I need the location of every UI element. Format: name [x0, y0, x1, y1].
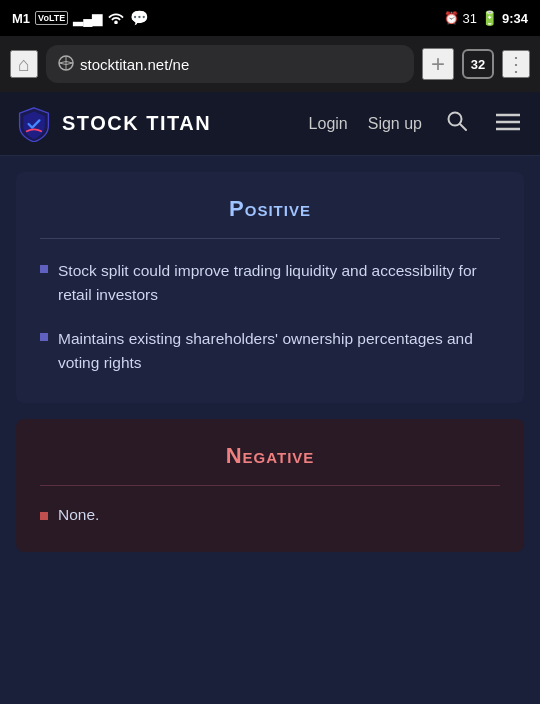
positive-divider [40, 238, 500, 239]
site-logo[interactable]: STOCK TITAN [16, 106, 309, 142]
nav-bar: STOCK TITAN Login Sign up [0, 92, 540, 156]
whatsapp-icon: 💬 [130, 9, 149, 27]
hamburger-menu-button[interactable] [492, 107, 524, 141]
browser-bar: ⌂ stocktitan.net/ne + 32 ⋮ [0, 36, 540, 92]
url-site-icon [58, 55, 74, 74]
browser-home-button[interactable]: ⌂ [10, 50, 38, 78]
svg-line-3 [460, 124, 466, 130]
menu-icon [496, 111, 520, 137]
more-icon: ⋮ [506, 52, 526, 76]
url-text: stocktitan.net/ne [80, 56, 189, 73]
positive-bullet-list: Stock split could improve trading liquid… [40, 259, 500, 375]
tabs-count-button[interactable]: 32 [462, 49, 494, 79]
status-left: M1 VoLTE ▂▄▆ 💬 [12, 9, 149, 27]
negative-none-item: None. [40, 506, 500, 524]
negative-divider [40, 485, 500, 486]
add-tab-icon: + [431, 50, 445, 78]
battery-level: 31 [463, 11, 477, 26]
nav-links: Login Sign up [309, 106, 524, 141]
status-right: ⏰ 31 🔋 9:34 [444, 10, 529, 26]
tabs-count-label: 32 [471, 57, 485, 72]
positive-bullet-text-2: Maintains existing shareholders' ownersh… [58, 327, 500, 375]
negative-title: Negative [40, 443, 500, 469]
signup-link[interactable]: Sign up [368, 115, 422, 133]
search-button[interactable] [442, 106, 472, 141]
browser-more-button[interactable]: ⋮ [502, 50, 530, 78]
alarm-icon: ⏰ [444, 11, 459, 25]
battery-icon: 🔋 [481, 10, 498, 26]
content-area: Positive Stock split could improve tradi… [0, 156, 540, 568]
status-bar: M1 VoLTE ▂▄▆ 💬 ⏰ 31 🔋 9:34 [0, 0, 540, 36]
positive-bullet-item-1: Stock split could improve trading liquid… [40, 259, 500, 307]
logo-shield-icon [16, 106, 52, 142]
positive-bullet-text-1: Stock split could improve trading liquid… [58, 259, 500, 307]
carrier-label: M1 [12, 11, 30, 26]
url-bar[interactable]: stocktitan.net/ne [46, 45, 414, 83]
negative-bullet-marker [40, 512, 48, 520]
new-tab-button[interactable]: + [422, 48, 454, 80]
signal-icon: ▂▄▆ [73, 11, 102, 26]
negative-card: Negative None. [16, 419, 524, 552]
home-icon: ⌂ [18, 53, 30, 76]
bullet-marker-2 [40, 333, 48, 341]
wifi-icon [107, 10, 125, 27]
logo-text: STOCK TITAN [62, 112, 211, 135]
volte-badge: VoLTE [35, 11, 68, 25]
search-icon [446, 110, 468, 137]
positive-card: Positive Stock split could improve tradi… [16, 172, 524, 403]
bullet-marker-1 [40, 265, 48, 273]
positive-bullet-item-2: Maintains existing shareholders' ownersh… [40, 327, 500, 375]
login-link[interactable]: Login [309, 115, 348, 133]
negative-none-text: None. [58, 506, 99, 524]
time-display: 9:34 [502, 11, 528, 26]
positive-title: Positive [40, 196, 500, 222]
